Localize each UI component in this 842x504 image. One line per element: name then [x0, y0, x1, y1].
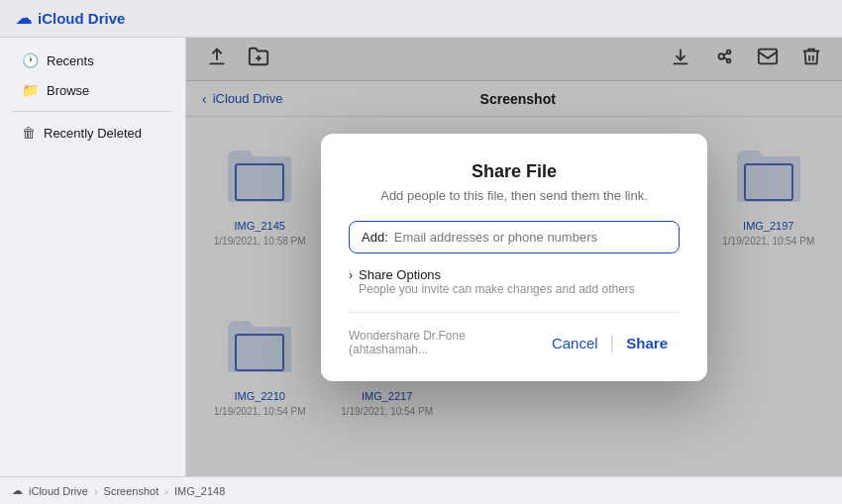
content-area: ‹ iCloud Drive Screenshot IMG_2145 1/19/… — [186, 38, 842, 476]
sidebar-item-label: Recently Deleted — [44, 126, 142, 141]
status-breadcrumb3: IMG_2148 — [174, 485, 225, 497]
sidebar-item-label: Browse — [47, 83, 89, 98]
status-sep2: › — [164, 485, 168, 497]
modal-overlay[interactable]: Share File Add people to this file, then… — [186, 38, 842, 476]
sidebar-item-recents[interactable]: 🕐 Recents — [6, 47, 179, 74]
modal-footer: Wondershare Dr.Fone (ahtashamah... Cance… — [349, 329, 680, 357]
cancel-button[interactable]: Cancel — [540, 329, 610, 357]
modal-subtitle: Add people to this file, then send them … — [349, 188, 680, 203]
app-title: ☁ iCloud Drive — [16, 9, 125, 28]
modal-title: Share File — [349, 161, 680, 182]
share-file-modal: Share File Add people to this file, then… — [321, 134, 707, 381]
chevron-right-icon: › — [349, 268, 353, 282]
sidebar-item-recently-deleted[interactable]: 🗑 Recently Deleted — [6, 119, 179, 147]
clock-icon: 🕐 — [22, 52, 39, 68]
share-options-title: Share Options — [359, 267, 635, 282]
status-bar: ☁ iCloud Drive › Screenshot › IMG_2148 — [0, 476, 842, 504]
icloud-icon: ☁ — [16, 9, 32, 28]
status-sep1: › — [94, 485, 98, 497]
folder-icon: 📁 — [22, 82, 39, 98]
sidebar-item-browse[interactable]: 📁 Browse — [6, 76, 179, 104]
sidebar: 🕐 Recents 📁 Browse 🗑 Recently Deleted — [0, 38, 186, 476]
share-options-sub: People you invite can make changes and a… — [359, 282, 635, 296]
share-confirm-button[interactable]: Share — [614, 329, 680, 357]
sidebar-divider — [12, 111, 173, 112]
modal-divider — [349, 312, 680, 313]
modal-actions: Cancel | Share — [540, 329, 680, 357]
modal-footer-text: Wondershare Dr.Fone (ahtashamah... — [349, 329, 540, 356]
title-bar: ☁ iCloud Drive — [0, 0, 842, 38]
cloud-icon: ☁ — [12, 484, 23, 497]
status-breadcrumb1: iCloud Drive — [29, 485, 88, 497]
share-options-section[interactable]: › Share Options People you invite can ma… — [349, 267, 680, 296]
share-options-text: Share Options People you invite can make… — [359, 267, 635, 296]
modal-input-label: Add: — [362, 230, 388, 245]
status-breadcrumb2: Screenshot — [104, 485, 159, 497]
trash-icon: 🗑 — [22, 125, 36, 141]
modal-input-row: Add: — [349, 221, 680, 253]
sidebar-item-label: Recents — [47, 53, 94, 68]
email-input[interactable] — [394, 230, 667, 245]
main-layout: 🕐 Recents 📁 Browse 🗑 Recently Deleted — [0, 38, 842, 476]
